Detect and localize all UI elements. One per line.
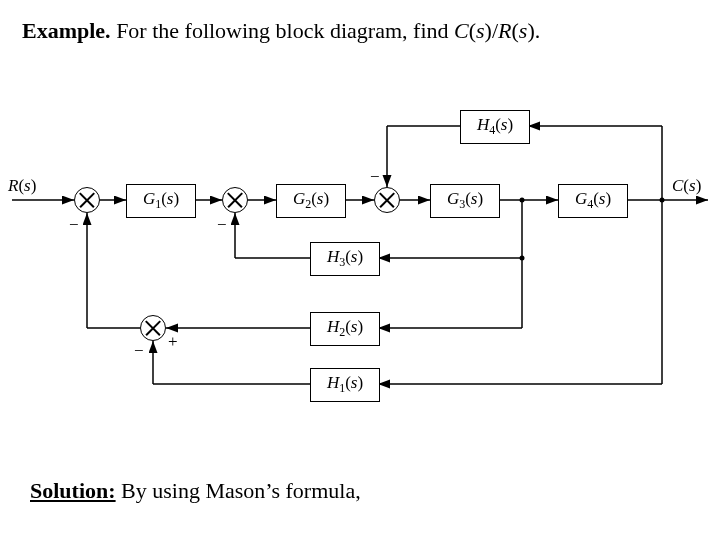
- s3-minus: −: [370, 168, 380, 185]
- svg-point-26: [660, 198, 665, 203]
- input-label: R(s): [8, 176, 36, 196]
- solution-line: Solution: By using Mason’s formula,: [30, 478, 361, 504]
- block-h2: H2(s): [310, 312, 380, 346]
- block-g2: G2(s): [276, 184, 346, 218]
- closep1: )/: [485, 18, 498, 43]
- example-bold: Example.: [22, 18, 111, 43]
- sum-s2: [222, 187, 248, 213]
- s4-plus: +: [168, 333, 178, 350]
- solution-bold: Solution:: [30, 478, 116, 503]
- s1-minus: −: [69, 216, 79, 233]
- sum-s3: [374, 187, 400, 213]
- block-h1: H1(s): [310, 368, 380, 402]
- ratio-C: C: [454, 18, 469, 43]
- openp2: (: [512, 18, 519, 43]
- block-g1: G1(s): [126, 184, 196, 218]
- example-text: For the following block diagram, find: [111, 18, 454, 43]
- ratio-R: R: [498, 18, 511, 43]
- block-h4: H4(s): [460, 110, 530, 144]
- block-h3: H3(s): [310, 242, 380, 276]
- sum-s4: [140, 315, 166, 341]
- ratio-s1: s: [476, 18, 485, 43]
- example-prompt: Example. For the following block diagram…: [22, 18, 540, 44]
- s4-minus: −: [134, 342, 144, 359]
- svg-point-27: [520, 256, 525, 261]
- block-diagram: R(s) C(s) − − − + − G1(s) G2(s) G3(s) G4…: [12, 90, 708, 450]
- solution-text: By using Mason’s formula,: [116, 478, 361, 503]
- block-g4: G4(s): [558, 184, 628, 218]
- svg-point-25: [520, 198, 525, 203]
- output-label: C(s): [672, 176, 701, 196]
- openp1: (: [469, 18, 476, 43]
- block-g3: G3(s): [430, 184, 500, 218]
- closep2: ).: [527, 18, 540, 43]
- s2-minus: −: [217, 216, 227, 233]
- sum-s1: [74, 187, 100, 213]
